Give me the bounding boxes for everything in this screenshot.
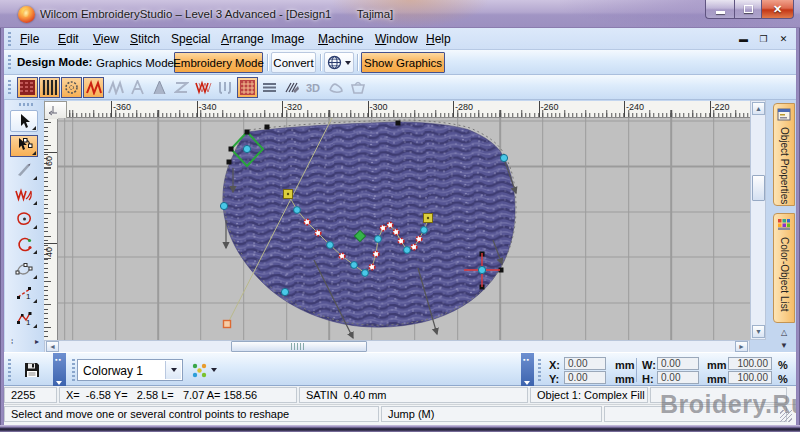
mdi-minimize-button[interactable]: ▬ [737,32,750,45]
menu-window[interactable]: Window [375,32,418,46]
svg-text:3D: 3D [306,82,320,94]
x-field[interactable]: 0.00 [564,357,606,370]
basket-icon[interactable] [347,77,368,98]
design-mode-label: Design Mode: [17,56,92,68]
colorway-dropdown-button[interactable] [165,361,181,379]
maximize-button[interactable] [734,0,761,19]
hatch-pen-icon[interactable] [281,77,302,98]
toolbar-grip [538,359,541,381]
toolbar-overflow[interactable]: ▪▪ [521,353,534,387]
toolbar-grip [72,359,75,381]
ruler-label: -300 [370,102,388,112]
x-unit: mm [615,359,635,371]
convert-button[interactable]: Convert [271,52,316,73]
z-stitch-icon[interactable] [171,77,192,98]
hoop-button[interactable] [324,52,354,73]
watermark: Broidery.Ru [660,390,800,419]
horizontal-ruler: -360-340-320-300-280-260-240-220 [67,101,754,118]
closed-object-tool[interactable] [10,208,38,230]
palette-icon [777,217,791,235]
caption-buttons: ✕ [705,0,794,19]
palette-grip [19,103,33,106]
w-field[interactable]: 0.00 [657,357,699,370]
reshape-tool[interactable] [10,135,38,157]
menu-grip [8,32,11,46]
embroidery-mode-button[interactable]: Embroidery Mode [174,52,263,73]
menu-file[interactable]: File [20,32,39,46]
close-button[interactable]: ✕ [761,0,794,19]
window-frame-right [796,28,800,425]
complex-shape-tool[interactable] [10,258,38,280]
scale-y-field[interactable]: 100.00 [728,371,772,384]
ruler-label: 60 [44,156,54,166]
menu-special[interactable]: Special [171,32,210,46]
tatami-fill-icon[interactable] [17,77,38,98]
open-object-tool[interactable] [10,233,38,255]
svg-text:1: 1 [26,292,31,301]
mode-toolbar: Design Mode: Graphics Mode Embroidery Mo… [4,50,796,75]
y-field[interactable]: 0.00 [564,371,606,384]
menu-view[interactable]: View [93,32,119,46]
status-segment-0: 2255 [4,387,57,403]
palette-overflow[interactable]: ⁞▸ [9,337,41,349]
minimize-button[interactable] [705,0,734,19]
tab-object-properties[interactable]: Object Properties [773,103,795,206]
w-stitch-icon[interactable] [193,77,214,98]
menu-stitch[interactable]: Stitch [130,32,160,46]
scale-x-field[interactable]: 100.00 [728,357,772,370]
zigzag-red-icon[interactable] [83,77,104,98]
pattern-fill-icon[interactable] [237,77,258,98]
toolbar-overflow[interactable]: ▪▪ [53,353,66,387]
prompt-segment-1: Jump (M) [381,406,602,422]
resize-grip[interactable] [780,410,792,422]
ruler-label: -260 [541,102,559,112]
menu-help[interactable]: Help [426,32,451,46]
design-canvas[interactable] [58,118,750,340]
tab-color-object-list[interactable]: Color-Object List [773,213,795,323]
h-unit: mm [707,373,727,385]
floppy-icon [23,361,41,379]
select-tool[interactable] [10,110,38,132]
a-outline-icon[interactable] [127,77,148,98]
vertical-scrollbar[interactable]: ▲ ▼ [750,100,766,340]
mdi-close-button[interactable]: ✕ [777,32,790,45]
w-label: W: [642,359,656,371]
a-fill-icon[interactable] [149,77,170,98]
ruler-label: -320 [284,102,302,112]
graphics-mode-button[interactable]: Graphics Mode [99,52,171,73]
design-properties-button[interactable] [20,358,44,382]
tool-palette: 11 ⁞▸ [5,100,45,352]
embroidery-design [58,118,750,340]
ruler-label: -240 [626,102,644,112]
motif-fill-icon[interactable] [61,77,82,98]
satin-fill-icon[interactable] [39,77,60,98]
prompt-segment-0: Select and move one or several control p… [4,406,379,422]
window-title: Wilcom EmbroideryStudio – Level 3 Advanc… [40,8,393,20]
mdi-buttons: ▬ ❐ ✕ [737,32,790,45]
lettering-tool[interactable] [10,184,38,206]
color-palette-button[interactable] [189,359,223,381]
show-graphics-button[interactable]: Show Graphics [361,52,445,73]
tab-scroll-arrows[interactable]: △▼ [775,328,793,350]
menu-machine[interactable]: Machine [318,32,363,46]
mdi-restore-button[interactable]: ❐ [757,32,770,45]
menu-edit[interactable]: Edit [58,32,79,46]
vertical-ruler: 6040 [44,119,58,340]
window-frame-bottom [0,425,800,432]
threed-icon[interactable]: 3D [303,77,324,98]
app-icon [18,6,35,23]
shape-gray-icon[interactable] [325,77,346,98]
side-tab-strip: Object PropertiesColor-Object List △▼ [770,100,796,352]
zigzag-gray-icon[interactable] [105,77,126,98]
pipes-icon[interactable] [215,77,236,98]
menu-image[interactable]: Image [271,32,304,46]
stitch-toolbar: 3D [4,75,796,100]
run-stitch-tool[interactable]: 1 [10,282,38,304]
menu-arrange[interactable]: Arrange [221,32,264,46]
lines-icon[interactable] [259,77,280,98]
h-field[interactable]: 0.00 [657,371,699,384]
scale-x-unit: % [778,359,788,371]
triple-run-tool[interactable]: 1 [10,307,38,329]
knife-tool[interactable] [10,159,38,181]
colorway-select[interactable]: Colorway 1 [77,359,183,381]
